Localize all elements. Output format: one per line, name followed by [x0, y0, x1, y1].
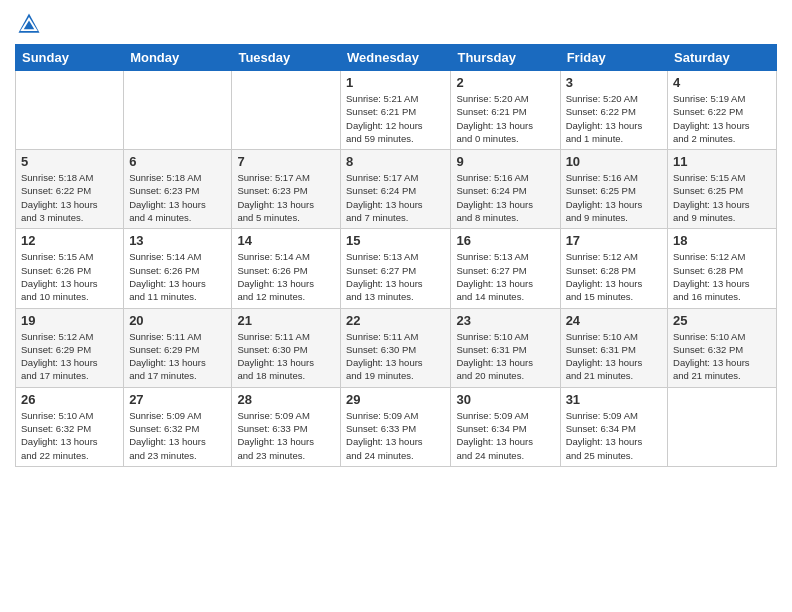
day-number: 6: [129, 154, 226, 169]
day-info: Sunrise: 5:12 AM Sunset: 6:28 PM Dayligh…: [566, 250, 662, 303]
calendar-week-row: 12Sunrise: 5:15 AM Sunset: 6:26 PM Dayli…: [16, 229, 777, 308]
day-info: Sunrise: 5:20 AM Sunset: 6:22 PM Dayligh…: [566, 92, 662, 145]
day-number: 8: [346, 154, 445, 169]
logo-icon: [15, 10, 43, 38]
day-info: Sunrise: 5:14 AM Sunset: 6:26 PM Dayligh…: [237, 250, 335, 303]
calendar-day-28: 28Sunrise: 5:09 AM Sunset: 6:33 PM Dayli…: [232, 387, 341, 466]
weekday-header-row: SundayMondayTuesdayWednesdayThursdayFrid…: [16, 45, 777, 71]
calendar-day-21: 21Sunrise: 5:11 AM Sunset: 6:30 PM Dayli…: [232, 308, 341, 387]
calendar-day-19: 19Sunrise: 5:12 AM Sunset: 6:29 PM Dayli…: [16, 308, 124, 387]
calendar-day-14: 14Sunrise: 5:14 AM Sunset: 6:26 PM Dayli…: [232, 229, 341, 308]
day-number: 25: [673, 313, 771, 328]
calendar-week-row: 5Sunrise: 5:18 AM Sunset: 6:22 PM Daylig…: [16, 150, 777, 229]
day-info: Sunrise: 5:09 AM Sunset: 6:32 PM Dayligh…: [129, 409, 226, 462]
calendar-day-22: 22Sunrise: 5:11 AM Sunset: 6:30 PM Dayli…: [341, 308, 451, 387]
day-info: Sunrise: 5:17 AM Sunset: 6:24 PM Dayligh…: [346, 171, 445, 224]
day-info: Sunrise: 5:16 AM Sunset: 6:24 PM Dayligh…: [456, 171, 554, 224]
calendar-empty-cell: [232, 71, 341, 150]
calendar-day-1: 1Sunrise: 5:21 AM Sunset: 6:21 PM Daylig…: [341, 71, 451, 150]
day-number: 28: [237, 392, 335, 407]
day-info: Sunrise: 5:11 AM Sunset: 6:30 PM Dayligh…: [237, 330, 335, 383]
calendar-day-9: 9Sunrise: 5:16 AM Sunset: 6:24 PM Daylig…: [451, 150, 560, 229]
day-number: 16: [456, 233, 554, 248]
calendar-day-27: 27Sunrise: 5:09 AM Sunset: 6:32 PM Dayli…: [124, 387, 232, 466]
calendar-day-2: 2Sunrise: 5:20 AM Sunset: 6:21 PM Daylig…: [451, 71, 560, 150]
logo: [15, 10, 47, 38]
calendar-day-7: 7Sunrise: 5:17 AM Sunset: 6:23 PM Daylig…: [232, 150, 341, 229]
day-number: 24: [566, 313, 662, 328]
day-info: Sunrise: 5:19 AM Sunset: 6:22 PM Dayligh…: [673, 92, 771, 145]
calendar-day-30: 30Sunrise: 5:09 AM Sunset: 6:34 PM Dayli…: [451, 387, 560, 466]
calendar-week-row: 1Sunrise: 5:21 AM Sunset: 6:21 PM Daylig…: [16, 71, 777, 150]
calendar-day-16: 16Sunrise: 5:13 AM Sunset: 6:27 PM Dayli…: [451, 229, 560, 308]
weekday-header-sunday: Sunday: [16, 45, 124, 71]
day-number: 27: [129, 392, 226, 407]
calendar-day-4: 4Sunrise: 5:19 AM Sunset: 6:22 PM Daylig…: [668, 71, 777, 150]
day-info: Sunrise: 5:09 AM Sunset: 6:33 PM Dayligh…: [346, 409, 445, 462]
calendar-day-25: 25Sunrise: 5:10 AM Sunset: 6:32 PM Dayli…: [668, 308, 777, 387]
calendar-week-row: 19Sunrise: 5:12 AM Sunset: 6:29 PM Dayli…: [16, 308, 777, 387]
weekday-header-saturday: Saturday: [668, 45, 777, 71]
day-number: 26: [21, 392, 118, 407]
weekday-header-tuesday: Tuesday: [232, 45, 341, 71]
day-info: Sunrise: 5:13 AM Sunset: 6:27 PM Dayligh…: [456, 250, 554, 303]
day-number: 21: [237, 313, 335, 328]
calendar-day-17: 17Sunrise: 5:12 AM Sunset: 6:28 PM Dayli…: [560, 229, 667, 308]
calendar-day-23: 23Sunrise: 5:10 AM Sunset: 6:31 PM Dayli…: [451, 308, 560, 387]
calendar-empty-cell: [16, 71, 124, 150]
day-number: 20: [129, 313, 226, 328]
calendar-day-5: 5Sunrise: 5:18 AM Sunset: 6:22 PM Daylig…: [16, 150, 124, 229]
day-info: Sunrise: 5:12 AM Sunset: 6:28 PM Dayligh…: [673, 250, 771, 303]
day-info: Sunrise: 5:13 AM Sunset: 6:27 PM Dayligh…: [346, 250, 445, 303]
calendar-day-12: 12Sunrise: 5:15 AM Sunset: 6:26 PM Dayli…: [16, 229, 124, 308]
page-header: [15, 10, 777, 38]
day-number: 11: [673, 154, 771, 169]
day-number: 23: [456, 313, 554, 328]
calendar-empty-cell: [124, 71, 232, 150]
calendar-day-10: 10Sunrise: 5:16 AM Sunset: 6:25 PM Dayli…: [560, 150, 667, 229]
calendar-day-15: 15Sunrise: 5:13 AM Sunset: 6:27 PM Dayli…: [341, 229, 451, 308]
calendar-week-row: 26Sunrise: 5:10 AM Sunset: 6:32 PM Dayli…: [16, 387, 777, 466]
day-info: Sunrise: 5:10 AM Sunset: 6:32 PM Dayligh…: [21, 409, 118, 462]
day-info: Sunrise: 5:11 AM Sunset: 6:29 PM Dayligh…: [129, 330, 226, 383]
calendar-day-26: 26Sunrise: 5:10 AM Sunset: 6:32 PM Dayli…: [16, 387, 124, 466]
day-number: 9: [456, 154, 554, 169]
day-number: 3: [566, 75, 662, 90]
weekday-header-thursday: Thursday: [451, 45, 560, 71]
day-number: 4: [673, 75, 771, 90]
day-number: 13: [129, 233, 226, 248]
weekday-header-wednesday: Wednesday: [341, 45, 451, 71]
day-number: 18: [673, 233, 771, 248]
calendar-day-18: 18Sunrise: 5:12 AM Sunset: 6:28 PM Dayli…: [668, 229, 777, 308]
calendar-empty-cell: [668, 387, 777, 466]
day-number: 17: [566, 233, 662, 248]
day-number: 22: [346, 313, 445, 328]
calendar-day-31: 31Sunrise: 5:09 AM Sunset: 6:34 PM Dayli…: [560, 387, 667, 466]
weekday-header-monday: Monday: [124, 45, 232, 71]
day-info: Sunrise: 5:18 AM Sunset: 6:23 PM Dayligh…: [129, 171, 226, 224]
day-number: 10: [566, 154, 662, 169]
day-info: Sunrise: 5:10 AM Sunset: 6:31 PM Dayligh…: [566, 330, 662, 383]
weekday-header-friday: Friday: [560, 45, 667, 71]
day-info: Sunrise: 5:11 AM Sunset: 6:30 PM Dayligh…: [346, 330, 445, 383]
day-info: Sunrise: 5:09 AM Sunset: 6:34 PM Dayligh…: [456, 409, 554, 462]
day-info: Sunrise: 5:15 AM Sunset: 6:25 PM Dayligh…: [673, 171, 771, 224]
day-number: 2: [456, 75, 554, 90]
day-number: 14: [237, 233, 335, 248]
day-info: Sunrise: 5:10 AM Sunset: 6:31 PM Dayligh…: [456, 330, 554, 383]
calendar-day-6: 6Sunrise: 5:18 AM Sunset: 6:23 PM Daylig…: [124, 150, 232, 229]
day-info: Sunrise: 5:16 AM Sunset: 6:25 PM Dayligh…: [566, 171, 662, 224]
calendar-day-20: 20Sunrise: 5:11 AM Sunset: 6:29 PM Dayli…: [124, 308, 232, 387]
calendar-day-13: 13Sunrise: 5:14 AM Sunset: 6:26 PM Dayli…: [124, 229, 232, 308]
day-number: 15: [346, 233, 445, 248]
calendar-day-24: 24Sunrise: 5:10 AM Sunset: 6:31 PM Dayli…: [560, 308, 667, 387]
day-number: 31: [566, 392, 662, 407]
day-info: Sunrise: 5:20 AM Sunset: 6:21 PM Dayligh…: [456, 92, 554, 145]
day-number: 1: [346, 75, 445, 90]
day-number: 29: [346, 392, 445, 407]
day-number: 7: [237, 154, 335, 169]
day-number: 5: [21, 154, 118, 169]
day-number: 12: [21, 233, 118, 248]
day-info: Sunrise: 5:21 AM Sunset: 6:21 PM Dayligh…: [346, 92, 445, 145]
calendar-day-8: 8Sunrise: 5:17 AM Sunset: 6:24 PM Daylig…: [341, 150, 451, 229]
